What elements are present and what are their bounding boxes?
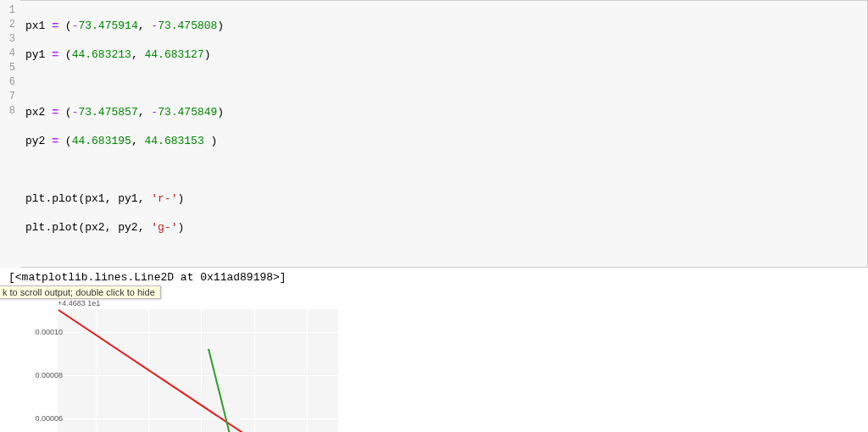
code-var: py1 <box>25 48 45 61</box>
series-r <box>58 309 338 432</box>
assign-op: = <box>52 19 58 32</box>
code-num: 44.683195 <box>72 135 131 147</box>
line-number: 5 <box>9 62 15 74</box>
gridline <box>254 309 255 432</box>
code-num: 44.683153 <box>145 135 204 147</box>
line-number: 6 <box>9 76 15 88</box>
code-string: 'r-' <box>151 192 177 205</box>
code-cell: 1 2 3 4 5 6 7 8 px1 = (-73.475914, -73.4… <box>0 0 868 268</box>
code-var: px2 <box>25 106 45 119</box>
plot-area <box>58 309 338 432</box>
code-num: 44.683213 <box>72 48 131 61</box>
code-call: plt.plot <box>25 221 78 234</box>
gridline <box>58 332 338 333</box>
y-tick: 0.00006 <box>12 414 63 423</box>
code-input[interactable]: px1 = (-73.475914, -73.475808) py1 = (44… <box>20 0 868 268</box>
gridline <box>201 309 202 432</box>
output-repr: [<matplotlib.lines.Line2D at 0x11ad89198… <box>0 269 868 285</box>
code-gutter: 1 2 3 4 5 6 7 8 <box>0 0 20 268</box>
matplotlib-plot: +4.4683 1e1 0.00010 0.00008 0.00006 0.00… <box>0 299 348 432</box>
series-g <box>208 349 232 432</box>
gridline <box>58 418 338 419</box>
y-offset-label: +4.4683 1e1 <box>58 299 100 307</box>
line-number: 2 <box>9 19 15 30</box>
gridline <box>96 309 97 432</box>
y-tick: 0.00010 <box>12 328 63 336</box>
line-number: 7 <box>9 91 15 102</box>
line-number: 4 <box>9 47 15 59</box>
code-num: 44.683127 <box>145 48 204 61</box>
code-var: py2 <box>25 135 45 147</box>
code-num: 73.475808 <box>158 19 217 32</box>
code-num: 73.475914 <box>78 19 137 32</box>
y-tick: 0.00008 <box>12 371 63 379</box>
code-call: plt.plot <box>25 192 78 205</box>
gridline <box>58 375 338 376</box>
line-number: 1 <box>9 4 15 16</box>
gridline <box>307 309 308 432</box>
line-number: 8 <box>9 105 15 117</box>
code-string: 'g-' <box>151 221 177 234</box>
scroll-hint-tooltip: k to scroll output; double click to hide <box>0 285 161 299</box>
code-num: 73.475849 <box>158 106 217 119</box>
code-var: px1 <box>25 19 45 32</box>
line-number: 3 <box>9 33 15 45</box>
code-num: 73.475857 <box>78 106 137 119</box>
